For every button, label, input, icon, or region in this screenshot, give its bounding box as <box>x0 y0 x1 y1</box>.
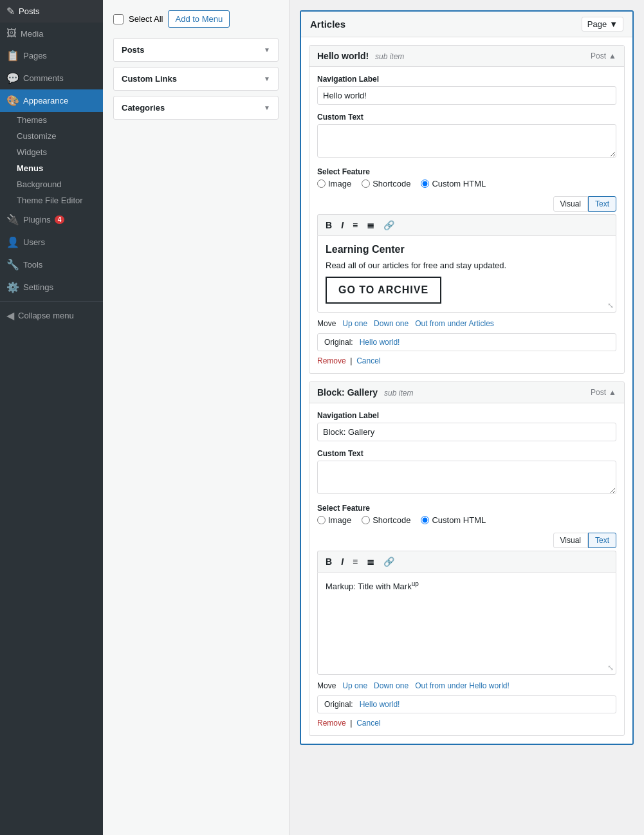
feature-custom-html-radio-1[interactable] <box>421 179 429 188</box>
ordered-list-button-1[interactable]: ≣ <box>364 219 377 232</box>
link-button-1[interactable]: 🔗 <box>381 219 397 232</box>
sidebar-item-menus[interactable]: Menus <box>8 160 103 176</box>
pages-icon: 📋 <box>6 50 19 62</box>
visual-tab-2[interactable]: Visual <box>553 533 588 548</box>
accordion-posts-header[interactable]: Posts ▼ <box>114 39 278 61</box>
nav-label-field-2: Navigation Label <box>317 411 616 420</box>
editor-content-2[interactable]: Markup: Title with Markup ⤡ <box>317 572 616 675</box>
move-up-link-2[interactable]: Up one <box>342 681 367 690</box>
editor-content-1[interactable]: Learning Center Read all of our articles… <box>317 235 616 313</box>
sidebar-item-themes[interactable]: Themes <box>8 112 103 128</box>
move-out-link-2[interactable]: Out from under Hello world! <box>415 681 510 690</box>
feature-image-radio-1[interactable] <box>317 179 326 188</box>
appearance-icon: 🎨 <box>6 95 19 107</box>
custom-text-textarea-1[interactable] <box>317 124 616 158</box>
ordered-list-button-2[interactable]: ≣ <box>364 555 377 568</box>
move-down-link-2[interactable]: Down one <box>374 681 409 690</box>
sidebar-item-plugins-label: Plugins <box>23 215 51 225</box>
original-label-2: Original: <box>324 700 353 709</box>
feature-shortcode-radio-1[interactable] <box>362 179 370 188</box>
feature-shortcode-1[interactable]: Shortcode <box>362 179 410 188</box>
remove-link-1[interactable]: Remove <box>317 356 346 365</box>
block-gallery-post-badge[interactable]: Post ▲ <box>591 388 616 397</box>
menu-item-block-gallery-title: Block: Gallery sub item <box>317 387 413 398</box>
editor-toolbar-2: B I ≡ ≣ 🔗 <box>317 551 616 572</box>
menu-item-block-gallery: Block: Gallery sub item Post ▲ Navigatio… <box>309 381 625 736</box>
appearance-submenu: Themes Customize Widgets Menus Backgroun… <box>0 112 103 208</box>
unordered-list-button-1[interactable]: ≡ <box>350 219 360 232</box>
editor-content-inner-1: Learning Center Read all of our articles… <box>326 244 608 304</box>
action-row-1: Remove | Cancel <box>317 356 616 365</box>
feature-custom-html-2[interactable]: Custom HTML <box>421 515 486 525</box>
accordion-posts-label: Posts <box>122 45 144 55</box>
move-out-link-1[interactable]: Out from under Articles <box>415 319 494 328</box>
sidebar-item-settings[interactable]: ⚙️ Settings <box>0 276 103 298</box>
italic-button-2[interactable]: I <box>338 555 346 568</box>
accordion-categories-label: Categories <box>122 103 165 113</box>
cancel-link-2[interactable]: Cancel <box>356 719 380 728</box>
bold-button-1[interactable]: B <box>323 219 335 232</box>
sidebar-item-theme-file-editor[interactable]: Theme File Editor <box>8 192 103 208</box>
sidebar-item-posts-label: Posts <box>19 6 40 16</box>
remove-link-2[interactable]: Remove <box>317 719 346 728</box>
italic-button-1[interactable]: I <box>338 219 346 232</box>
hello-world-sub-badge: sub item <box>375 52 404 61</box>
sidebar-item-pages-label: Pages <box>23 51 47 60</box>
sidebar-item-tools-label: Tools <box>23 260 42 270</box>
text-tab-2[interactable]: Text <box>588 533 616 548</box>
sidebar-item-posts[interactable]: ✎ Posts <box>0 0 103 23</box>
hello-world-post-label: Post <box>591 51 606 60</box>
tools-icon: 🔧 <box>6 259 19 271</box>
text-tab-1[interactable]: Text <box>588 196 616 212</box>
accordion-posts-chevron: ▼ <box>264 46 270 53</box>
cancel-link-1[interactable]: Cancel <box>356 356 380 365</box>
move-label-2: Move <box>317 681 336 690</box>
sidebar-item-users[interactable]: 👤 Users <box>0 231 103 253</box>
page-label: Page <box>587 19 607 29</box>
nav-label-input-2[interactable] <box>317 423 616 441</box>
feature-image-2[interactable]: Image <box>317 515 351 525</box>
feature-custom-html-1[interactable]: Custom HTML <box>421 179 486 188</box>
original-link-1[interactable]: Hello world! <box>360 338 400 347</box>
sidebar-item-media[interactable]: 🖼 Media <box>0 23 103 44</box>
sidebar-item-comments[interactable]: 💬 Comments <box>0 67 103 89</box>
move-down-link-1[interactable]: Down one <box>374 319 409 328</box>
feature-image-radio-2[interactable] <box>317 516 326 524</box>
sidebar-item-background[interactable]: Background <box>8 176 103 192</box>
archive-button-1[interactable]: GO TO ARCHIVE <box>326 277 441 304</box>
move-row-1: Move Up one Down one Out from under Arti… <box>317 319 616 328</box>
articles-page-select[interactable]: Page ▼ <box>582 17 623 32</box>
feature-shortcode-2[interactable]: Shortcode <box>362 515 410 525</box>
sidebar-item-widgets[interactable]: Widgets <box>8 144 103 160</box>
select-feature-row-2: Select Feature Image Shortcode <box>317 504 616 525</box>
accordion-categories-header[interactable]: Categories ▼ <box>114 96 278 119</box>
sidebar-item-collapse[interactable]: ◀ Collapse menu <box>0 304 103 327</box>
sidebar-item-collapse-label: Collapse menu <box>18 311 74 320</box>
feature-shortcode-radio-2[interactable] <box>362 516 370 524</box>
add-to-menu-button[interactable]: Add to Menu <box>168 10 230 28</box>
feature-custom-html-radio-2[interactable] <box>421 516 429 524</box>
bold-button-2[interactable]: B <box>323 555 335 568</box>
sidebar-item-tools[interactable]: 🔧 Tools <box>0 253 103 276</box>
sidebar-item-customize[interactable]: Customize <box>8 128 103 144</box>
action-row-2: Remove | Cancel <box>317 719 616 728</box>
block-gallery-collapse-icon: ▲ <box>609 388 616 397</box>
accordion-custom-links-header[interactable]: Custom Links ▼ <box>114 68 278 90</box>
custom-text-textarea-2[interactable] <box>317 461 616 494</box>
menu-item-hello-world-header: Hello world! sub item Post ▲ <box>309 46 624 67</box>
accordion-custom-links: Custom Links ▼ <box>113 67 279 91</box>
sidebar-item-plugins[interactable]: 🔌 Plugins 4 <box>0 208 103 231</box>
original-link-2[interactable]: Hello world! <box>360 700 400 709</box>
move-up-link-1[interactable]: Up one <box>342 319 367 328</box>
visual-tab-1[interactable]: Visual <box>553 196 588 212</box>
unordered-list-button-2[interactable]: ≡ <box>350 555 360 568</box>
link-button-2[interactable]: 🔗 <box>381 555 397 568</box>
select-all-checkbox[interactable] <box>113 14 124 24</box>
feature-image-1[interactable]: Image <box>317 179 351 188</box>
menu-item-hello-world-title: Hello world! sub item <box>317 51 404 61</box>
accordion-custom-links-chevron: ▼ <box>264 75 270 82</box>
sidebar-item-pages[interactable]: 📋 Pages <box>0 44 103 67</box>
sidebar-item-appearance[interactable]: 🎨 Appearance <box>0 89 103 112</box>
nav-label-input-1[interactable] <box>317 86 616 105</box>
hello-world-post-badge[interactable]: Post ▲ <box>591 51 616 60</box>
